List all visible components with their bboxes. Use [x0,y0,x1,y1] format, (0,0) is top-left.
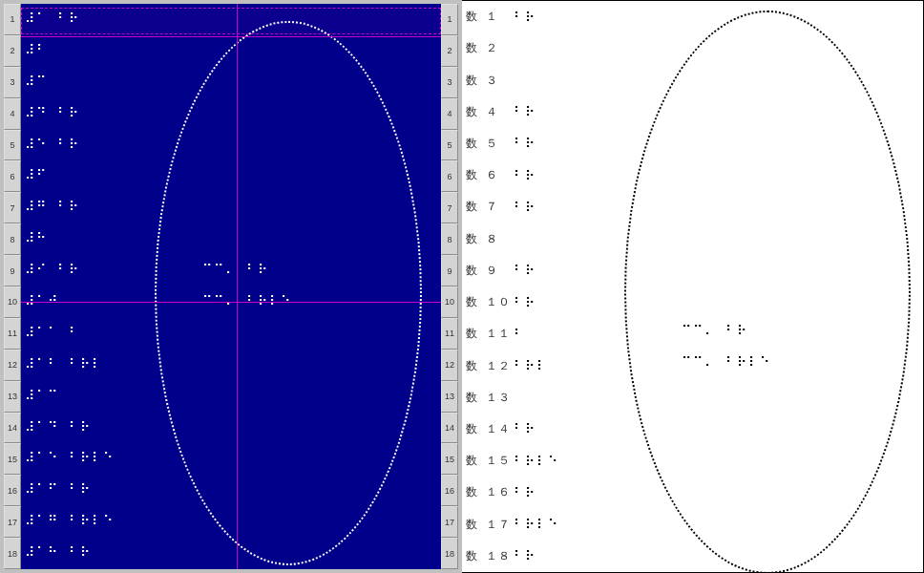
braille-cell-row: ⠃⠗ [514,486,536,499]
preview-row: 数 １８⠃⠗ [466,541,923,572]
braille-cell-row[interactable]: ⠼⠁ ⠃⠗ [25,11,80,25]
line-number[interactable]: 13 [441,381,458,413]
braille-cell-row: ⠃⠗ [514,422,536,435]
line-number[interactable]: 15 [441,443,458,475]
preview-row: 数 ９⠃⠗ [466,255,923,286]
line-number[interactable]: 16 [4,475,21,506]
braille-center-text[interactable]: ⠉⠉⠄ ⠃⠗⠇⠑ [202,294,292,308]
line-number[interactable]: 3 [4,67,21,98]
vertical-guide [237,4,238,569]
line-number[interactable]: 11 [441,318,458,350]
line-number[interactable]: 17 [4,506,21,538]
line-number[interactable]: 1 [441,4,458,35]
row-label: 数 ５ [466,136,514,152]
line-number[interactable]: 18 [4,538,21,569]
line-number[interactable]: 10 [441,286,458,318]
line-number[interactable]: 2 [441,35,458,67]
braille-cell-row[interactable]: ⠼⠁⠑ ⠃⠗⠇⠑ [25,451,115,464]
line-number[interactable]: 10 [4,286,21,318]
braille-center-text: ⠉⠉⠄ ⠃⠗⠇⠑ [682,355,771,369]
preview-row: 数 １６⠃⠗ [466,477,923,508]
line-number[interactable]: 16 [441,475,458,506]
braille-cell-row: ⠃ [514,328,525,341]
line-number[interactable]: 15 [4,443,21,475]
braille-cell-row[interactable]: ⠼⠊ ⠃⠗ [25,263,80,276]
braille-cell-row[interactable]: ⠼⠓ [25,231,48,244]
braille-cell-row: ⠃⠗ [514,296,536,309]
braille-cell-row[interactable]: ⠼⠋ [25,168,48,181]
line-number[interactable]: 9 [4,255,21,286]
preview-row: 数 ６⠃⠗ [466,159,923,191]
preview-row: 数 １３ [466,382,923,414]
braille-cell-row[interactable]: ⠼⠑ ⠃⠗ [25,138,80,151]
line-number[interactable]: 9 [441,255,458,286]
braille-cell-row: ⠃⠗⠇⠑ [514,455,559,468]
braille-cell-row: ⠃⠗ [514,549,536,562]
line-number[interactable]: 8 [441,223,458,255]
preview-row: 数 １５⠃⠗⠇⠑ [466,445,923,477]
line-number[interactable]: 6 [4,160,21,192]
line-number[interactable]: 7 [4,192,21,223]
line-number[interactable]: 8 [4,223,21,255]
braille-cell-row[interactable]: ⠼⠁⠋ ⠃⠗ [25,482,92,496]
braille-cell-row[interactable]: ⠼⠛ ⠃⠗ [25,200,80,213]
preview-row: 数 ３ [466,64,923,96]
braille-cell-row[interactable]: ⠼⠁⠃ ⠃⠗⠇ [25,357,103,371]
selection-marquee[interactable] [21,8,441,34]
row-label: 数 １８ [466,548,514,564]
preview-row: 数 ８ [466,223,923,255]
preview-row: 数 １０⠃⠗ [466,286,923,318]
braille-cell-row[interactable]: ⠼⠉ [25,74,48,88]
braille-cell-row[interactable]: ⠼⠁⠚ [25,294,59,308]
preview-row: 数 １４⠃⠗ [466,414,923,445]
line-number[interactable]: 14 [441,413,458,444]
line-number[interactable]: 5 [4,130,21,161]
preview-row: 数 ２ [466,32,923,64]
braille-cell-row[interactable]: ⠼⠙ ⠃⠗ [25,106,80,119]
line-number[interactable]: 1 [4,4,21,35]
row-label: 数 １１ [466,326,514,342]
row-label: 数 １０ [466,294,514,310]
braille-cell-row: ⠃⠗ [514,201,536,214]
braille-cell-row[interactable]: ⠼⠃ [25,43,48,56]
braille-center-text: ⠉⠉⠄ ⠃⠗ [682,324,748,337]
line-number[interactable]: 3 [441,67,458,98]
right-preview-pane: 数 １⠃⠗数 ２数 ３数 ４⠃⠗数 ５⠃⠗数 ６⠃⠗数 ７⠃⠗数 ８数 ９⠃⠗数… [462,0,924,573]
row-label: 数 １４ [466,421,514,437]
braille-cell-row[interactable]: ⠼⠁⠙ ⠃⠗ [25,420,92,434]
row-label: 数 ９ [466,263,514,279]
line-number[interactable]: 5 [441,130,458,161]
row-label: 数 １３ [466,390,514,406]
braille-cell-row[interactable]: ⠼⠁⠓ ⠃⠗ [25,545,92,559]
line-number[interactable]: 4 [441,98,458,130]
line-number[interactable]: 12 [4,350,21,381]
row-label: 数 １２ [466,358,514,374]
line-number[interactable]: 13 [4,381,21,413]
line-number[interactable]: 2 [4,35,21,67]
preview-row: 数 ４⠃⠗ [466,96,923,128]
braille-cell-row[interactable]: ⠼⠁⠁ ⠃ [25,326,80,339]
row-label: 数 １７ [466,517,514,533]
braille-cell-row[interactable]: ⠼⠁⠉ [25,389,59,402]
line-number[interactable]: 17 [441,506,458,538]
braille-cell-row[interactable]: ⠼⠁⠛ ⠃⠗⠇⠑ [25,514,115,527]
row-label: 数 ３ [466,73,514,89]
line-number[interactable]: 4 [4,98,21,130]
horizontal-guide [21,36,441,37]
left-editor-pane: 123456789101112131415161718 ⠼⠁ ⠃⠗⠼⠃⠼⠉⠼⠙ … [0,0,462,573]
line-number[interactable]: 6 [441,160,458,192]
row-label: 数 １６ [466,484,514,500]
line-number[interactable]: 12 [441,350,458,381]
line-number[interactable]: 11 [4,318,21,350]
braille-cell-row: ⠃⠗ [514,169,536,182]
row-label: 数 １ [466,9,514,25]
braille-cell-row: ⠃⠗⠇ [514,359,548,372]
line-number[interactable]: 7 [441,192,458,223]
line-number[interactable]: 18 [441,538,458,569]
row-label: 数 ６ [466,167,514,183]
line-number[interactable]: 14 [4,413,21,444]
braille-center-text[interactable]: ⠉⠉⠄ ⠃⠗ [202,263,269,276]
row-label: 数 ７ [466,199,514,215]
editor-canvas[interactable]: ⠼⠁ ⠃⠗⠼⠃⠼⠉⠼⠙ ⠃⠗⠼⠑ ⠃⠗⠼⠋⠼⠛ ⠃⠗⠼⠓⠼⠊ ⠃⠗⠼⠁⠚⠼⠁⠁ … [21,4,441,569]
braille-editor[interactable]: 123456789101112131415161718 ⠼⠁ ⠃⠗⠼⠃⠼⠉⠼⠙ … [4,4,458,569]
